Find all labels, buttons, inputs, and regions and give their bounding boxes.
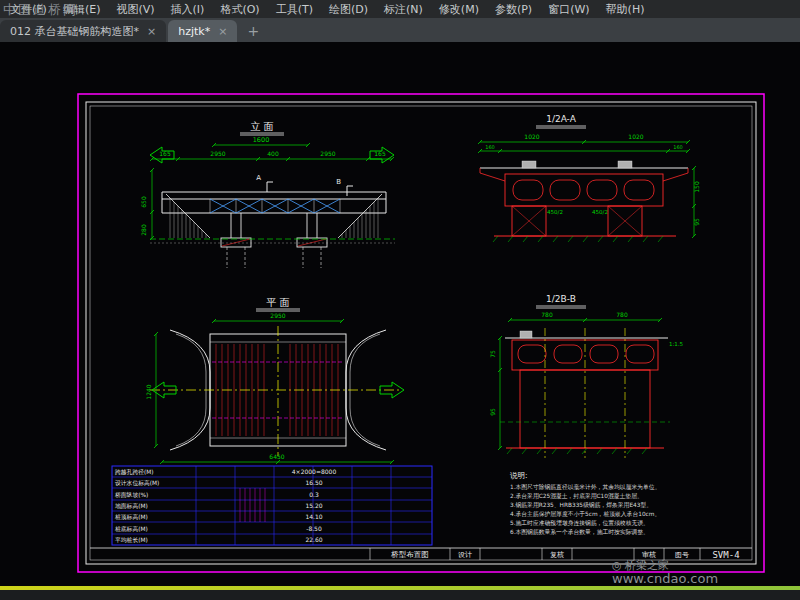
tab-012-chengtai[interactable]: 012 承台基础钢筋构造图* ×	[0, 20, 166, 42]
site-url: www.cndao.com	[612, 572, 718, 586]
menu-tools[interactable]: 工具(T)	[268, 1, 321, 18]
dim-label: 95	[693, 218, 700, 226]
plan-view: 平 面 2950	[145, 297, 404, 464]
dim-label: 780	[616, 311, 628, 318]
dim-label: 450/2	[547, 209, 563, 215]
section-bb: 1/2B-B 780 780 1:1.5	[489, 294, 684, 458]
note-line: 1.本图尺寸除钢筋直径以毫米计外，其余均以厘米为单位。	[510, 483, 660, 491]
table-row-label: 桩底标高(M)	[114, 526, 148, 533]
table-row-value: 4×2000=8000	[292, 468, 337, 475]
left-slope-hatch	[170, 198, 206, 238]
note-line: 6.本图钢筋数量系一个承台数量，施工时按实际调整。	[510, 528, 649, 536]
section-aa: 1/2A-A 1020 1020 160 160	[478, 114, 700, 242]
data-table: 跨越孔跨径(M) 设计水位标高(M) 桥面纵坡(%) 地面标高(M) 桩顶标高(…	[112, 466, 432, 545]
table-row-value: 14.10	[305, 513, 322, 520]
dim-label: 1240	[145, 384, 152, 399]
menu-dimension[interactable]: 标注(N)	[376, 1, 431, 18]
titleblock-review: 审核	[642, 551, 656, 559]
cad-drawing: 立 面 1600 165 2950 400 2950 165	[0, 42, 800, 586]
plan-title: 平 面	[266, 297, 289, 308]
bearing-block	[522, 161, 536, 168]
bearing-block	[520, 331, 532, 338]
menu-window[interactable]: 窗口(W)	[540, 1, 597, 18]
site-logo-icon: ◎	[612, 559, 622, 572]
drawing-name: 桥型布置图	[390, 550, 429, 559]
section-bb-title: 1/2B-B	[546, 294, 576, 304]
watermark-top: 中国道桥网	[3, 1, 78, 19]
table-row-label: 跨越孔跨径(M)	[115, 468, 154, 476]
table-row-label: 平均桩长(M)	[115, 536, 148, 543]
tab-hzjtk[interactable]: hzjtk* ×	[168, 20, 237, 42]
dim-label: 1020	[524, 133, 539, 140]
elevation-title: 立 面	[250, 121, 273, 132]
dim-label: 6450	[269, 453, 284, 460]
right-slope-hatch	[342, 198, 378, 238]
dim-label: 1600	[253, 136, 270, 144]
app-window: 文件(F) 编辑(E) 视图(V) 插入(I) 格式(O) 工具(T) 绘图(D…	[0, 0, 800, 600]
menu-parametric[interactable]: 参数(P)	[487, 1, 540, 18]
menu-help[interactable]: 帮助(H)	[598, 1, 653, 18]
new-tab-button[interactable]: +	[239, 23, 267, 39]
dim-label: 95	[489, 408, 496, 416]
close-icon[interactable]: ×	[218, 25, 227, 38]
titleblock-check: 复核	[550, 551, 564, 559]
note-line: 5.施工时应准确预埋墩身连接钢筋，位置须校核无误。	[510, 519, 649, 527]
section-marker-a: A	[256, 174, 261, 182]
notes-title: 说明:	[510, 471, 528, 480]
slope-label: 1:1.5	[669, 341, 684, 347]
table-row-value: -8.50	[306, 525, 322, 532]
note-line: 4.承台主筋保护层厚度不小于5cm，桩顶嵌入承台10cm。	[510, 510, 660, 518]
dim-label: 650	[140, 196, 147, 208]
section-marker-b: B	[336, 178, 341, 186]
close-icon[interactable]: ×	[147, 25, 156, 38]
menu-format[interactable]: 格式(O)	[212, 1, 267, 18]
piles	[227, 247, 321, 268]
dim-label: 160	[485, 144, 495, 150]
dim-label: 75	[489, 350, 496, 358]
document-tab-bar: 012 承台基础钢筋构造图* × hzjtk* × +	[0, 18, 800, 42]
cross-bracing	[210, 199, 340, 213]
dim-label: 160	[673, 144, 683, 150]
dim-label: 2950	[270, 312, 285, 319]
dim-label: 150	[693, 181, 700, 193]
bottom-bar	[0, 590, 800, 600]
titleblock-design: 设计	[458, 551, 472, 559]
drawing-number: SVM-4	[712, 550, 739, 560]
menu-modify[interactable]: 修改(M)	[431, 1, 487, 18]
dim-label: 780	[541, 311, 553, 318]
drawing-canvas[interactable]: 立 面 1600 165 2950 400 2950 165	[0, 42, 800, 586]
menu-draw[interactable]: 绘图(D)	[321, 1, 376, 18]
bearing-block	[618, 161, 632, 168]
dim-label: 450/2	[592, 209, 608, 215]
tab-label: 012 承台基础钢筋构造图*	[10, 24, 139, 39]
table-row-label: 桩顶标高(M)	[114, 514, 148, 521]
note-line: 2.承台采用C25混凝土，封底采用C10混凝土垫层。	[510, 492, 643, 500]
table-row-value: 0.3	[309, 491, 319, 498]
table-row-value: 16.50	[305, 479, 322, 486]
dim-label: 2950	[210, 150, 225, 157]
menu-view[interactable]: 视图(V)	[108, 1, 162, 18]
piers	[231, 213, 317, 238]
menu-bar: 文件(F) 编辑(E) 视图(V) 插入(I) 格式(O) 工具(T) 绘图(D…	[0, 0, 800, 18]
site-name: 桥梁之家	[625, 559, 669, 572]
menu-insert[interactable]: 插入(I)	[163, 1, 213, 18]
dim-label: 400	[267, 150, 279, 157]
table-row-label: 地面标高(M)	[115, 502, 148, 510]
notes-block: 说明: 1.本图尺寸除钢筋直径以毫米计外，其余均以厘米为单位。 2.承台采用C2…	[510, 471, 660, 536]
tab-label: hzjtk*	[178, 25, 210, 38]
elevation-view: 立 面 1600 165 2950 400 2950 165	[140, 121, 395, 268]
dim-label: 280	[140, 224, 147, 236]
note-line: 3.钢筋采用R235、HRB335级钢筋，焊条采用E43型。	[510, 501, 652, 509]
dim-label: 2950	[320, 150, 335, 157]
watermark-bottom: ◎ 桥梁之家 www.cndao.com	[612, 560, 718, 586]
table-row-value: 15.20	[305, 502, 322, 509]
table-row-label: 桥面纵坡(%)	[114, 491, 148, 499]
table-row-value: 22.60	[305, 536, 322, 543]
titleblock-figno-label: 图号	[675, 551, 689, 559]
table-row-label: 设计水位标高(M)	[115, 479, 159, 487]
section-aa-title: 1/2A-A	[546, 114, 576, 124]
dim-label: 1020	[628, 133, 643, 140]
